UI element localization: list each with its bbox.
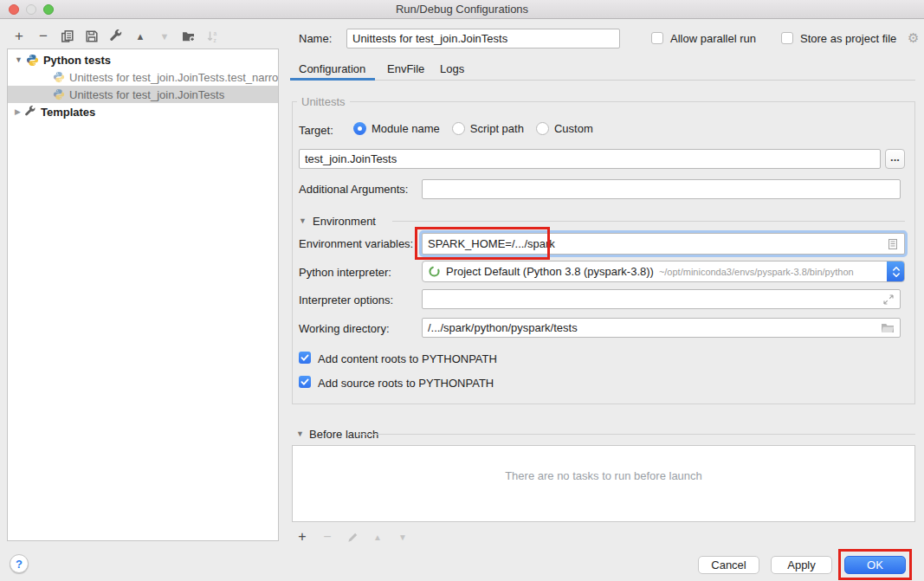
- working-directory-input[interactable]: [428, 321, 876, 334]
- wrench-icon: [24, 106, 36, 118]
- interpreter-options-input[interactable]: [428, 293, 877, 306]
- minimize-button[interactable]: [26, 4, 36, 15]
- environment-variables-input[interactable]: [428, 237, 882, 250]
- python-icon: [53, 71, 65, 83]
- tree-item-label: Templates: [41, 106, 95, 119]
- environment-section-title: Environment: [313, 215, 376, 228]
- name-input[interactable]: [352, 32, 614, 45]
- conda-interpreter-icon: [428, 265, 441, 278]
- working-directory-label: Working directory:: [299, 322, 390, 335]
- combobox-stepper-icon[interactable]: [887, 261, 905, 282]
- active-tab-underline: [290, 78, 375, 81]
- python-icon: [53, 88, 65, 100]
- move-up-icon[interactable]: ▲: [133, 29, 147, 43]
- radio-label: Custom: [554, 122, 593, 135]
- move-down-icon[interactable]: ▼: [158, 29, 171, 43]
- tree-item-unittests-test-narrow[interactable]: Unittests for test_join.JoinTests.test_n…: [8, 68, 278, 86]
- target-input[interactable]: [305, 152, 875, 165]
- radio-label: Script path: [470, 122, 524, 135]
- help-button[interactable]: ?: [10, 554, 29, 573]
- tree-item-label: Unittests for test_join.JoinTests: [69, 88, 224, 101]
- radio-selected-icon[interactable]: [353, 122, 366, 135]
- additional-arguments-label: Additional Arguments:: [299, 183, 408, 196]
- python-icon: [26, 54, 39, 67]
- python-interpreter-path: ~/opt/miniconda3/envs/pyspark-3.8/bin/py…: [659, 267, 854, 277]
- radio-module-name[interactable]: Module name: [353, 122, 440, 135]
- remove-task-icon[interactable]: −: [320, 530, 334, 544]
- configurations-tree: ▼ Python tests Unittests for test_join.J…: [7, 48, 279, 541]
- configurations-toolbar: + − ▲ ▼: [12, 28, 220, 45]
- python-interpreter-value: Project Default (Python 3.8 (pyspark-3.8…: [446, 265, 654, 278]
- tab-configuration[interactable]: Configuration: [299, 62, 365, 75]
- add-source-roots-label: Add source roots to PYTHONPATH: [318, 377, 494, 390]
- additional-arguments-input[interactable]: [428, 183, 895, 196]
- gear-icon[interactable]: ⚙: [908, 31, 919, 44]
- tree-item-unittests-jointests-selected[interactable]: Unittests for test_join.JoinTests: [8, 86, 278, 103]
- remove-configuration-icon[interactable]: −: [36, 29, 50, 43]
- add-content-roots-checkbox[interactable]: [299, 352, 311, 364]
- tree-item-python-tests[interactable]: ▼ Python tests: [8, 51, 278, 68]
- window-title: Run/Debug Configurations: [396, 3, 528, 16]
- create-folder-icon[interactable]: [182, 29, 196, 43]
- before-launch-collapse-triangle[interactable]: ▼: [296, 430, 304, 438]
- radio-script-path[interactable]: Script path: [452, 122, 524, 135]
- name-field[interactable]: [346, 29, 620, 48]
- save-configuration-icon[interactable]: [85, 29, 99, 43]
- edit-templates-icon[interactable]: [109, 29, 123, 43]
- store-as-project-file-label: Store as project file: [800, 32, 896, 45]
- environment-collapse-triangle[interactable]: ▼: [299, 217, 307, 225]
- tab-divider: [290, 80, 915, 81]
- zoom-button[interactable]: [43, 4, 54, 15]
- python-interpreter-combobox[interactable]: Project Default (Python 3.8 (pyspark-3.8…: [422, 261, 905, 282]
- collapsed-triangle-icon[interactable]: ▶: [15, 108, 21, 116]
- run-debug-configurations-dialog: Run/Debug Configurations + − ▲ ▼ ▼ Pytho…: [0, 0, 924, 581]
- add-content-roots-label: Add content roots to PYTHONPATH: [318, 352, 497, 365]
- environment-variables-label: Environment variables:: [299, 237, 413, 250]
- close-button[interactable]: [9, 4, 19, 15]
- working-directory-field[interactable]: [422, 318, 901, 338]
- radio-label: Module name: [372, 122, 440, 135]
- tree-item-label: Python tests: [43, 54, 111, 67]
- before-launch-empty-message: There are no tasks to run before launch: [292, 469, 915, 482]
- browse-button[interactable]: ...: [885, 149, 905, 169]
- interpreter-options-label: Interpreter options:: [299, 294, 393, 307]
- add-configuration-icon[interactable]: +: [12, 29, 26, 43]
- edit-task-icon[interactable]: [346, 530, 359, 544]
- store-as-project-file-checkbox[interactable]: [781, 32, 793, 44]
- move-task-up-icon[interactable]: ▲: [371, 530, 384, 544]
- title-bar: Run/Debug Configurations: [0, 0, 924, 19]
- move-task-down-icon[interactable]: ▼: [396, 530, 410, 544]
- add-task-icon[interactable]: +: [295, 530, 309, 544]
- apply-button[interactable]: Apply: [771, 556, 832, 574]
- sort-configurations-icon[interactable]: [206, 29, 220, 43]
- add-source-roots-checkbox[interactable]: [299, 376, 311, 388]
- python-interpreter-label: Python interpreter:: [299, 266, 391, 279]
- before-launch-divider: [357, 434, 915, 435]
- allow-parallel-run-checkbox[interactable]: [651, 32, 663, 44]
- allow-parallel-run-label: Allow parallel run: [670, 32, 756, 45]
- edit-variables-icon[interactable]: [887, 238, 899, 250]
- browse-folder-icon[interactable]: [881, 322, 895, 334]
- name-label: Name:: [299, 32, 332, 45]
- tree-item-label: Unittests for test_join.JoinTests.test_n…: [69, 71, 279, 84]
- before-launch-toolbar: + − ▲ ▼: [295, 529, 410, 545]
- tab-envfile[interactable]: EnvFile: [387, 62, 424, 75]
- target-field[interactable]: [299, 149, 881, 169]
- interpreter-options-field[interactable]: [422, 289, 901, 309]
- radio-custom[interactable]: Custom: [536, 122, 593, 135]
- additional-arguments-field[interactable]: [422, 179, 901, 199]
- target-label: Target:: [299, 124, 333, 137]
- before-launch-task-list[interactable]: [292, 445, 915, 522]
- radio-icon[interactable]: [452, 122, 465, 135]
- copy-configuration-icon[interactable]: [61, 29, 74, 43]
- tab-logs[interactable]: Logs: [440, 62, 464, 75]
- unittests-group-title: Unittests: [297, 95, 350, 108]
- radio-icon[interactable]: [536, 122, 549, 135]
- environment-variables-field[interactable]: [422, 233, 905, 255]
- expanded-triangle-icon[interactable]: ▼: [15, 56, 23, 64]
- environment-section-divider: [392, 221, 905, 222]
- tree-item-templates[interactable]: ▶ Templates: [8, 103, 278, 120]
- cancel-button[interactable]: Cancel: [698, 556, 759, 574]
- ok-button[interactable]: OK: [844, 556, 906, 574]
- expand-editor-icon[interactable]: [882, 294, 895, 306]
